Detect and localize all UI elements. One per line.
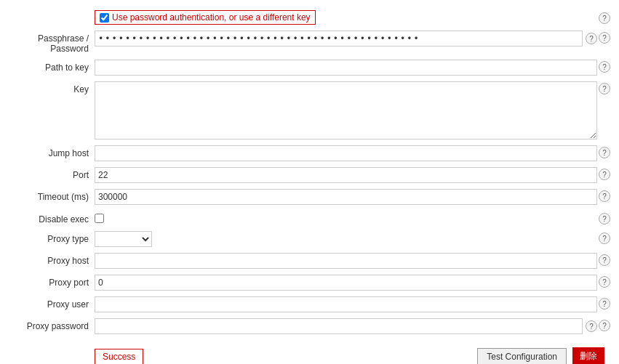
help-icon-jump[interactable]: ?: [599, 147, 610, 158]
success-badge: Success: [95, 349, 143, 364]
help-icon-key[interactable]: ?: [599, 83, 610, 94]
delete-button[interactable]: 删除: [572, 347, 604, 364]
help-col-proxy-port: ?: [597, 275, 612, 288]
path-to-key-input-col: [95, 60, 597, 76]
proxy-type-row: Proxy type HTTP SOCKS5 ?: [0, 228, 619, 250]
help-icon-proxy-password[interactable]: ?: [599, 320, 610, 331]
proxy-password-label: Proxy password: [7, 318, 95, 331]
disable-exec-label: Disable exec: [7, 211, 95, 225]
help-col-timeout: ?: [597, 189, 612, 202]
proxy-user-row: Proxy user ?: [0, 294, 619, 315]
timeout-row: Timeout (ms) ?: [0, 186, 619, 208]
proxy-user-input-col: [95, 296, 597, 312]
jump-host-row: Jump host ?: [0, 142, 619, 164]
disable-exec-checkbox[interactable]: [95, 214, 104, 223]
jump-host-input[interactable]: [95, 145, 597, 161]
disable-exec-row: Disable exec ?: [0, 208, 619, 228]
proxy-type-label: Proxy type: [7, 231, 95, 244]
proxy-port-input[interactable]: [95, 275, 597, 291]
help-icon-proxy-port[interactable]: ?: [599, 276, 610, 288]
key-input-col: [95, 81, 597, 139]
help-icon-timeout[interactable]: ?: [599, 190, 610, 202]
passphrase-label: Passphrase / Password: [7, 31, 95, 54]
proxy-password-input[interactable]: [95, 318, 583, 334]
help-icon-path[interactable]: ?: [599, 61, 610, 73]
port-input-col: [95, 167, 597, 183]
proxy-host-input[interactable]: [95, 253, 597, 269]
action-bar: Success Test Configuration 删除: [0, 340, 619, 364]
help-col-disable-exec: ?: [597, 211, 612, 225]
path-to-key-label: Path to key: [7, 60, 95, 73]
help-icon-checkbox[interactable]: ?: [599, 12, 610, 24]
passphrase-input-col: ?: [95, 31, 597, 46]
right-buttons: Test Configuration 删除: [477, 347, 604, 364]
proxy-port-input-col: [95, 275, 597, 291]
path-to-key-input[interactable]: [95, 60, 597, 76]
help-icon-passphrase[interactable]: ?: [599, 32, 610, 44]
path-to-key-row: Path to key ?: [0, 57, 619, 78]
key-row: Key ?: [0, 78, 619, 142]
proxy-host-row: Proxy host ?: [0, 250, 619, 272]
empty-label: [7, 16, 95, 19]
help-col-proxy-type: ?: [597, 231, 612, 244]
help-icon-passphrase-inline[interactable]: ?: [586, 33, 597, 44]
help-col-proxy-password: ?: [597, 318, 612, 331]
use-password-checkbox-label[interactable]: Use password authentication, or use a di…: [95, 10, 316, 25]
help-icon-proxy-user[interactable]: ?: [599, 298, 610, 310]
disable-exec-input-col: [95, 214, 597, 223]
use-password-row: Use password authentication, or use a di…: [0, 7, 619, 28]
proxy-type-select[interactable]: HTTP SOCKS5: [95, 231, 152, 247]
jump-host-input-col: [95, 145, 597, 161]
help-col-key: ?: [597, 81, 612, 94]
test-config-button[interactable]: Test Configuration: [477, 348, 567, 365]
help-col-proxy-user: ?: [597, 296, 612, 310]
proxy-host-label: Proxy host: [7, 253, 95, 266]
timeout-label: Timeout (ms): [7, 189, 95, 202]
use-password-text: Use password authentication, or use a di…: [112, 12, 311, 23]
help-col-port: ?: [597, 167, 612, 180]
proxy-password-input-col: ?: [95, 318, 597, 334]
port-input[interactable]: [95, 167, 597, 183]
proxy-user-label: Proxy user: [7, 296, 95, 310]
passphrase-row: Passphrase / Password ? ?: [0, 28, 619, 57]
help-icon-proxy-host[interactable]: ?: [599, 254, 610, 266]
help-col-path: ?: [597, 60, 612, 73]
timeout-input[interactable]: [95, 189, 597, 205]
help-col-passphrase: ?: [597, 31, 612, 44]
help-icon-disable-exec[interactable]: ?: [599, 213, 610, 225]
proxy-user-input[interactable]: [95, 296, 597, 312]
help-icon-proxy-pass-inline[interactable]: ?: [586, 320, 597, 332]
port-row: Port ?: [0, 164, 619, 186]
use-password-checkbox[interactable]: [100, 13, 109, 23]
jump-host-label: Jump host: [7, 145, 95, 158]
proxy-port-label: Proxy port: [7, 275, 95, 288]
help-icon-proxy-type[interactable]: ?: [599, 232, 610, 244]
port-label: Port: [7, 167, 95, 180]
timeout-input-col: [95, 189, 597, 205]
help-icon-port[interactable]: ?: [599, 169, 610, 180]
key-label: Key: [7, 81, 95, 94]
proxy-type-input-col: HTTP SOCKS5: [95, 231, 597, 247]
proxy-host-input-col: [95, 253, 597, 269]
proxy-port-row: Proxy port ?: [0, 272, 619, 294]
key-textarea[interactable]: [95, 81, 597, 139]
passphrase-input[interactable]: [95, 31, 583, 46]
help-col-checkbox: ?: [597, 11, 612, 24]
proxy-password-row: Proxy password ? ?: [0, 315, 619, 337]
help-col-proxy-host: ?: [597, 253, 612, 266]
success-badge-col: Success: [95, 351, 143, 362]
help-col-jump: ?: [597, 145, 612, 158]
checkbox-col: Use password authentication, or use a di…: [95, 10, 597, 25]
